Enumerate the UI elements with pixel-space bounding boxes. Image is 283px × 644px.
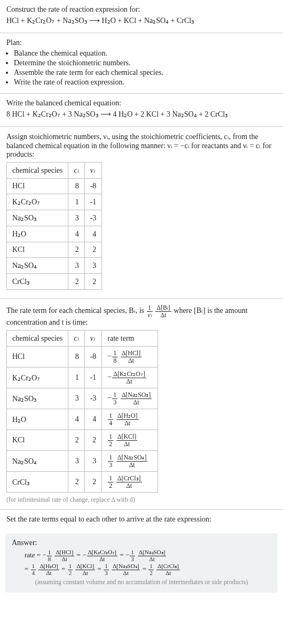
frac-num: 1 <box>31 563 36 570</box>
frac-den: Δt <box>116 420 139 427</box>
col-species: chemical species <box>7 331 68 347</box>
cell-species: Na₂SO₄ <box>7 258 68 274</box>
table-row: HCl8-8−18 Δ[HCl]Δt <box>7 347 158 367</box>
cell-species: H₂O <box>7 409 68 430</box>
frac-num: 1 <box>147 304 153 312</box>
rateterm-intro-text1: The rate term for each chemical species,… <box>6 306 146 315</box>
answer-line-1: rate = −18 Δ[HCl]Δt = −Δ[K₂Cr₂O₇]Δt = −1… <box>25 549 271 562</box>
fraction: Δ[Na₂SO₄]Δt <box>112 563 140 576</box>
final-section: Set the rate terms equal to each other t… <box>0 510 283 529</box>
table-header-row: chemical species cᵢ νᵢ rate term <box>7 331 158 347</box>
frac-num: Δ[KCl] <box>75 563 95 570</box>
cell-c: 2 <box>68 430 84 451</box>
rateterm-table: chemical species cᵢ νᵢ rate term HCl8-8−… <box>6 330 158 493</box>
rateterm-coef-frac: 1 νᵢ <box>147 304 153 318</box>
frac-den: 3 <box>130 556 135 563</box>
fraction: Δ[Na₂SO₄]Δt <box>116 454 148 468</box>
frac-num: Δ[HCl] <box>54 549 74 556</box>
fraction: 13 <box>130 549 135 562</box>
frac-den: Δt <box>112 378 146 385</box>
frac-den: 4 <box>31 570 36 577</box>
cell-v: 2 <box>84 242 102 258</box>
fraction: 12 <box>68 563 73 576</box>
frac-den: Δt <box>156 570 180 577</box>
frac-den: Δt <box>121 399 152 406</box>
frac-den: 2 <box>148 570 154 577</box>
frac-den: 2 <box>108 441 113 448</box>
cell-v: -1 <box>84 194 102 210</box>
frac-num: 1 <box>112 392 117 399</box>
fraction: Δ[HCl]Δt <box>121 350 142 364</box>
fraction: Δ[HCl]Δt <box>54 549 74 562</box>
fraction: Δ[Na₂SO₃]Δt <box>138 549 166 562</box>
cell-v: -1 <box>84 367 102 388</box>
cell-species: H₂O <box>7 226 68 242</box>
balanced-heading: Write the balanced chemical equation: <box>6 99 277 108</box>
table-row: H₂O44 <box>7 226 102 242</box>
cell-species: K₂Cr₂O₇ <box>7 367 68 388</box>
fraction: 12 <box>108 475 113 489</box>
frac-num: Δ[Na₂SO₃] <box>138 549 166 556</box>
fraction: Δ[CrCl₃]Δt <box>116 475 142 489</box>
cell-c: 3 <box>68 258 84 274</box>
table-row: KCl22 <box>7 242 102 258</box>
cell-species: KCl <box>7 242 68 258</box>
cell-rate: 12 Δ[CrCl₃]Δt <box>102 472 158 493</box>
cell-c: 2 <box>68 242 84 258</box>
cell-v: 4 <box>84 226 102 242</box>
plan-section: Plan: Balance the chemical equation. Det… <box>0 33 283 94</box>
frac-num: Δ[CrCl₃] <box>116 475 142 482</box>
cell-species: HCl <box>7 347 68 367</box>
rateterm-delta-frac: Δ[Bᵢ] Δt <box>155 304 171 318</box>
frac-den: 3 <box>104 570 109 577</box>
fraction: 14 <box>108 412 113 426</box>
table-row: K₂Cr₂O₇1-1 <box>7 194 102 210</box>
table-row: Na₂SO₄3313 Δ[Na₂SO₄]Δt <box>7 451 158 472</box>
frac-num: 1 <box>130 549 135 556</box>
col-c: cᵢ <box>68 331 84 347</box>
stoich-intro: Assign stoichiometric numbers, νᵢ, using… <box>6 132 277 159</box>
balanced-equation: 8 HCl + K₂Cr₂O₇ + 3 Na₂SO₃ ⟶ 4 H₂O + 2 K… <box>6 110 277 119</box>
frac-num: 1 <box>112 350 117 357</box>
fraction: Δ[KCl]Δt <box>116 433 137 447</box>
cell-v: -3 <box>84 210 102 226</box>
frac-den: 8 <box>112 357 117 364</box>
cell-c: 4 <box>68 409 84 430</box>
frac-den: Δt <box>87 556 117 563</box>
table-row: Na₂SO₃3-3−13 Δ[Na₂SO₃]Δt <box>7 388 158 409</box>
plan-heading: Plan: <box>6 39 277 47</box>
fraction: Δ[H₂O]Δt <box>116 412 139 426</box>
fraction: Δ[Na₂SO₃]Δt <box>121 392 152 405</box>
fraction: Δ[K₂Cr₂O₇]Δt <box>112 371 146 385</box>
frac-den: Δt <box>75 570 95 577</box>
rateterm-note: (for infinitesimal rate of change, repla… <box>6 496 277 504</box>
frac-num: 1 <box>47 549 52 556</box>
cell-c: 3 <box>68 388 84 409</box>
frac-num: 1 <box>108 475 113 482</box>
frac-den: Δt <box>121 357 142 364</box>
cell-v: -8 <box>84 179 102 194</box>
answer-label: Answer: <box>12 539 271 547</box>
rateterm-intro: The rate term for each chemical species,… <box>6 304 277 327</box>
table-row: K₂Cr₂O₇1-1−Δ[K₂Cr₂O₇]Δt <box>7 367 158 388</box>
cell-species: CrCl₃ <box>7 472 68 493</box>
col-v: νᵢ <box>84 163 102 179</box>
frac-num: Δ[K₂Cr₂O₇] <box>87 549 117 556</box>
fraction: 12 <box>148 563 154 576</box>
frac-num: 1 <box>108 454 113 462</box>
fraction: 13 <box>108 454 113 468</box>
cell-c: 2 <box>68 274 84 290</box>
frac-den: Δt <box>138 556 166 563</box>
frac-num: Δ[Na₂SO₄] <box>116 454 148 462</box>
frac-num: Δ[H₂O] <box>116 412 139 420</box>
cell-species: HCl <box>7 179 68 194</box>
balanced-section: Write the balanced chemical equation: 8 … <box>0 94 283 127</box>
stoich-table: chemical species cᵢ νᵢ HCl8-8 K₂Cr₂O₇1-1… <box>6 162 102 290</box>
cell-species: Na₂SO₄ <box>7 451 68 472</box>
rateterm-section: The rate term for each chemical species,… <box>0 299 283 510</box>
cell-c: 3 <box>68 451 84 472</box>
cell-rate: −18 Δ[HCl]Δt <box>102 347 158 367</box>
frac-den: Δt <box>116 462 148 469</box>
cell-species: Na₂SO₃ <box>7 388 68 409</box>
frac-num: Δ[KCl] <box>116 433 137 441</box>
